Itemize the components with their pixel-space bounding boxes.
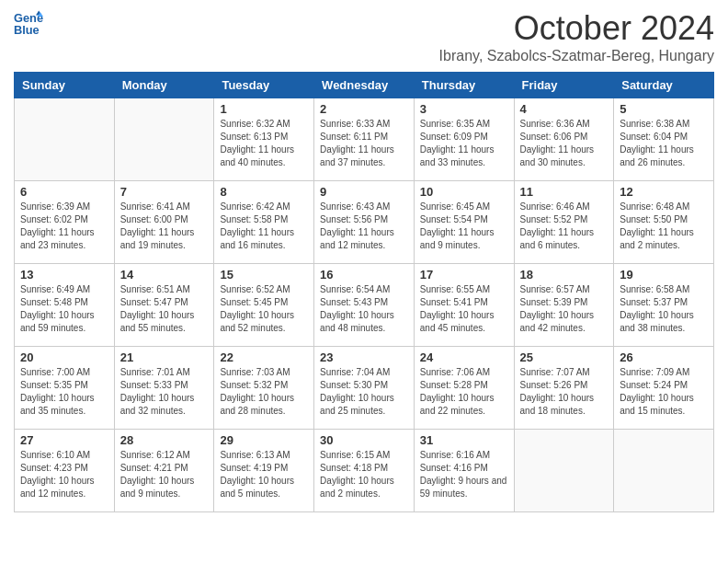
- day-detail: Sunrise: 6:52 AM Sunset: 5:45 PM Dayligh…: [220, 283, 308, 335]
- calendar-cell: 11Sunrise: 6:46 AM Sunset: 5:52 PM Dayli…: [514, 181, 614, 264]
- day-number: 28: [120, 433, 209, 447]
- calendar-cell: 24Sunrise: 7:06 AM Sunset: 5:28 PM Dayli…: [414, 347, 514, 430]
- calendar-cell: [15, 98, 115, 181]
- day-detail: Sunrise: 7:01 AM Sunset: 5:33 PM Dayligh…: [120, 366, 209, 418]
- day-number: 31: [420, 433, 508, 447]
- calendar-cell: 9Sunrise: 6:43 AM Sunset: 5:56 PM Daylig…: [314, 181, 415, 264]
- calendar-cell: 21Sunrise: 7:01 AM Sunset: 5:33 PM Dayli…: [114, 347, 214, 430]
- calendar-cell: 14Sunrise: 6:51 AM Sunset: 5:47 PM Dayli…: [114, 264, 214, 347]
- location: Ibrany, Szabolcs-Szatmar-Bereg, Hungary: [439, 48, 714, 64]
- day-detail: Sunrise: 6:55 AM Sunset: 5:41 PM Dayligh…: [420, 283, 508, 335]
- weekday-header: Thursday: [414, 73, 514, 98]
- logo: General Blue: [14, 9, 45, 39]
- day-detail: Sunrise: 6:10 AM Sunset: 4:23 PM Dayligh…: [20, 449, 108, 500]
- calendar-cell: [114, 98, 214, 181]
- day-detail: Sunrise: 7:04 AM Sunset: 5:30 PM Dayligh…: [320, 366, 408, 418]
- calendar-cell: 12Sunrise: 6:48 AM Sunset: 5:50 PM Dayli…: [614, 181, 714, 264]
- day-number: 7: [120, 185, 209, 199]
- calendar-cell: 5Sunrise: 6:38 AM Sunset: 6:04 PM Daylig…: [614, 98, 714, 181]
- day-number: 27: [20, 433, 108, 447]
- calendar-body: 1Sunrise: 6:32 AM Sunset: 6:13 PM Daylig…: [15, 98, 714, 512]
- weekday-header: Wednesday: [314, 73, 415, 98]
- day-detail: Sunrise: 7:09 AM Sunset: 5:24 PM Dayligh…: [620, 366, 708, 418]
- calendar-cell: 4Sunrise: 6:36 AM Sunset: 6:06 PM Daylig…: [514, 98, 614, 181]
- day-number: 24: [420, 350, 508, 364]
- calendar-cell: 3Sunrise: 6:35 AM Sunset: 6:09 PM Daylig…: [414, 98, 514, 181]
- day-number: 30: [320, 433, 408, 447]
- day-number: 14: [120, 268, 209, 282]
- calendar-cell: 19Sunrise: 6:58 AM Sunset: 5:37 PM Dayli…: [614, 264, 714, 347]
- day-number: 12: [620, 185, 708, 199]
- weekday-header: Saturday: [614, 73, 714, 98]
- day-number: 4: [520, 102, 609, 116]
- calendar-cell: 22Sunrise: 7:03 AM Sunset: 5:32 PM Dayli…: [214, 347, 314, 430]
- calendar-week-row: 1Sunrise: 6:32 AM Sunset: 6:13 PM Daylig…: [15, 98, 714, 181]
- calendar-cell: 7Sunrise: 6:41 AM Sunset: 6:00 PM Daylig…: [114, 181, 214, 264]
- calendar-cell: 28Sunrise: 6:12 AM Sunset: 4:21 PM Dayli…: [114, 430, 214, 512]
- day-detail: Sunrise: 7:06 AM Sunset: 5:28 PM Dayligh…: [420, 366, 508, 418]
- day-detail: Sunrise: 6:36 AM Sunset: 6:06 PM Dayligh…: [520, 118, 609, 169]
- day-number: 19: [620, 268, 708, 282]
- weekday-header: Friday: [514, 73, 614, 98]
- svg-text:Blue: Blue: [14, 23, 40, 37]
- day-number: 5: [620, 102, 708, 116]
- day-number: 15: [220, 268, 308, 282]
- day-detail: Sunrise: 7:00 AM Sunset: 5:35 PM Dayligh…: [20, 366, 108, 418]
- day-number: 18: [520, 268, 609, 282]
- calendar-cell: 31Sunrise: 6:16 AM Sunset: 4:16 PM Dayli…: [414, 430, 514, 512]
- page: General Blue October 2024 Ibrany, Szabol…: [0, 0, 728, 522]
- day-number: 9: [320, 185, 408, 199]
- day-detail: Sunrise: 6:46 AM Sunset: 5:52 PM Dayligh…: [520, 201, 609, 252]
- day-number: 8: [220, 185, 308, 199]
- calendar-cell: 6Sunrise: 6:39 AM Sunset: 6:02 PM Daylig…: [15, 181, 115, 264]
- calendar-cell: 27Sunrise: 6:10 AM Sunset: 4:23 PM Dayli…: [15, 430, 115, 512]
- title-section: October 2024 Ibrany, Szabolcs-Szatmar-Be…: [439, 9, 714, 64]
- day-number: 6: [20, 185, 108, 199]
- day-number: 20: [20, 350, 108, 364]
- calendar-table: SundayMondayTuesdayWednesdayThursdayFrid…: [14, 72, 714, 512]
- day-detail: Sunrise: 6:42 AM Sunset: 5:58 PM Dayligh…: [220, 201, 308, 252]
- day-number: 25: [520, 350, 609, 364]
- calendar-week-row: 20Sunrise: 7:00 AM Sunset: 5:35 PM Dayli…: [15, 347, 714, 430]
- day-detail: Sunrise: 6:48 AM Sunset: 5:50 PM Dayligh…: [620, 201, 708, 252]
- day-detail: Sunrise: 6:57 AM Sunset: 5:39 PM Dayligh…: [520, 283, 609, 335]
- month-title: October 2024: [439, 9, 714, 48]
- day-detail: Sunrise: 6:33 AM Sunset: 6:11 PM Dayligh…: [320, 118, 408, 169]
- calendar-cell: 10Sunrise: 6:45 AM Sunset: 5:54 PM Dayli…: [414, 181, 514, 264]
- calendar-cell: 25Sunrise: 7:07 AM Sunset: 5:26 PM Dayli…: [514, 347, 614, 430]
- day-number: 10: [420, 185, 508, 199]
- day-number: 21: [120, 350, 209, 364]
- calendar-cell: 13Sunrise: 6:49 AM Sunset: 5:48 PM Dayli…: [15, 264, 115, 347]
- day-number: 22: [220, 350, 308, 364]
- weekday-header: Tuesday: [214, 73, 314, 98]
- header: General Blue October 2024 Ibrany, Szabol…: [14, 9, 714, 64]
- day-detail: Sunrise: 6:32 AM Sunset: 6:13 PM Dayligh…: [220, 118, 308, 169]
- day-detail: Sunrise: 6:38 AM Sunset: 6:04 PM Dayligh…: [620, 118, 708, 169]
- calendar-cell: 23Sunrise: 7:04 AM Sunset: 5:30 PM Dayli…: [314, 347, 415, 430]
- day-number: 26: [620, 350, 708, 364]
- day-detail: Sunrise: 6:41 AM Sunset: 6:00 PM Dayligh…: [120, 201, 209, 252]
- day-number: 23: [320, 350, 408, 364]
- day-detail: Sunrise: 6:51 AM Sunset: 5:47 PM Dayligh…: [120, 283, 209, 335]
- day-number: 29: [220, 433, 308, 447]
- calendar-cell: 2Sunrise: 6:33 AM Sunset: 6:11 PM Daylig…: [314, 98, 415, 181]
- calendar-week-row: 27Sunrise: 6:10 AM Sunset: 4:23 PM Dayli…: [15, 430, 714, 512]
- day-number: 11: [520, 185, 609, 199]
- logo-icon: General Blue: [14, 9, 43, 39]
- calendar-cell: 15Sunrise: 6:52 AM Sunset: 5:45 PM Dayli…: [214, 264, 314, 347]
- calendar-week-row: 13Sunrise: 6:49 AM Sunset: 5:48 PM Dayli…: [15, 264, 714, 347]
- day-detail: Sunrise: 6:58 AM Sunset: 5:37 PM Dayligh…: [620, 283, 708, 335]
- day-detail: Sunrise: 6:35 AM Sunset: 6:09 PM Dayligh…: [420, 118, 508, 169]
- day-detail: Sunrise: 7:03 AM Sunset: 5:32 PM Dayligh…: [220, 366, 308, 418]
- calendar-cell: 8Sunrise: 6:42 AM Sunset: 5:58 PM Daylig…: [214, 181, 314, 264]
- calendar-cell: 18Sunrise: 6:57 AM Sunset: 5:39 PM Dayli…: [514, 264, 614, 347]
- day-detail: Sunrise: 6:49 AM Sunset: 5:48 PM Dayligh…: [20, 283, 108, 335]
- weekday-header: Sunday: [15, 73, 115, 98]
- calendar-cell: [514, 430, 614, 512]
- calendar-cell: 29Sunrise: 6:13 AM Sunset: 4:19 PM Dayli…: [214, 430, 314, 512]
- calendar-cell: 26Sunrise: 7:09 AM Sunset: 5:24 PM Dayli…: [614, 347, 714, 430]
- day-detail: Sunrise: 6:54 AM Sunset: 5:43 PM Dayligh…: [320, 283, 408, 335]
- day-detail: Sunrise: 6:16 AM Sunset: 4:16 PM Dayligh…: [420, 449, 508, 500]
- day-number: 16: [320, 268, 408, 282]
- calendar-week-row: 6Sunrise: 6:39 AM Sunset: 6:02 PM Daylig…: [15, 181, 714, 264]
